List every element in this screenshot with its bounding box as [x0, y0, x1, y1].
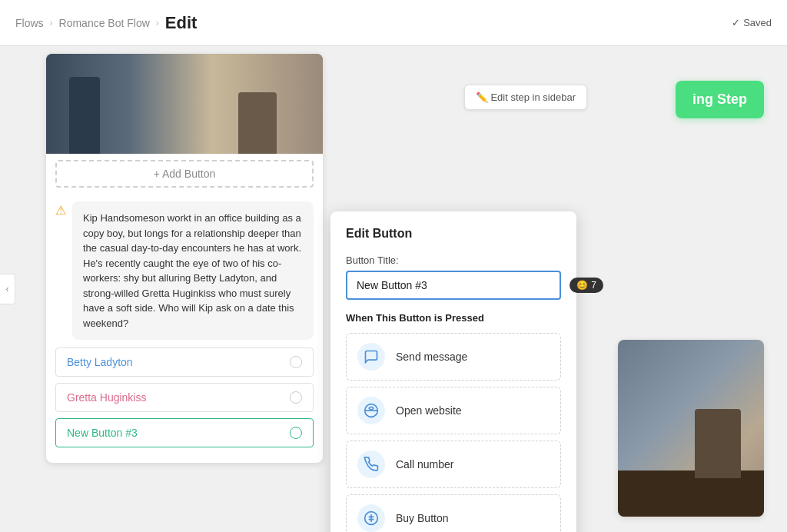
send-message-icon: [357, 343, 385, 371]
continuing-step-label: ing Step: [692, 91, 747, 107]
open-website-icon: [357, 397, 385, 424]
breadcrumb: Flows › Romance Bot Flow › Edit: [15, 13, 197, 33]
checkmark-icon: ✓: [732, 17, 740, 28]
right-image-card: [618, 340, 764, 517]
person-1: [69, 77, 100, 154]
emoji-icon: 😊: [576, 280, 588, 291]
action-buy-button[interactable]: Buy Button: [346, 494, 561, 532]
choice-radio-2[interactable]: [290, 391, 302, 404]
edit-panel-title: Edit Button: [346, 227, 561, 241]
saved-badge: ✓ Saved: [732, 17, 772, 28]
buy-button-icon: [357, 504, 385, 532]
buy-button-label: Buy Button: [396, 512, 449, 524]
call-number-icon: [357, 451, 385, 478]
edit-step-label: ✏️ Edit step in sidebar: [476, 91, 576, 103]
when-pressed-label: When This Button is Pressed: [346, 312, 561, 324]
header: Flows › Romance Bot Flow › Edit ✓ Saved: [0, 0, 787, 46]
message-bubble: Kip Handsomeson workt in an office build…: [72, 201, 314, 340]
person-2: [238, 92, 277, 154]
chat-card: + Add Button ⚠ Kip Handsomeson workt in …: [46, 54, 323, 463]
choice-label-1: Betty Ladyton: [67, 356, 133, 368]
edit-button-panel: Edit Button Button Title: 😊 7 When This …: [330, 211, 576, 532]
message-row: ⚠ Kip Handsomeson workt in an office bui…: [46, 194, 323, 347]
buttons-list: Betty Ladyton Gretta Huginkiss New Butto…: [46, 347, 323, 463]
saved-label: Saved: [743, 17, 772, 28]
button-title-input[interactable]: [346, 271, 561, 300]
char-count: 7: [591, 280, 596, 291]
send-message-label: Send message: [396, 351, 467, 363]
continuing-step-button[interactable]: ing Step: [676, 81, 764, 118]
open-website-label: Open website: [396, 404, 462, 417]
breadcrumb-sep-2: ›: [156, 18, 159, 28]
choice-button-1[interactable]: Betty Ladyton: [55, 347, 314, 377]
char-count-badge: 😊 7: [569, 278, 603, 293]
button-title-field-wrap: 😊 7: [346, 271, 561, 300]
add-button-row[interactable]: + Add Button: [55, 160, 314, 188]
warning-icon: ⚠: [55, 203, 66, 218]
breadcrumb-flow-name[interactable]: Romance Bot Flow: [59, 17, 150, 29]
page-title: Edit: [165, 13, 198, 33]
breadcrumb-sep-1: ›: [50, 18, 53, 28]
choice-button-3[interactable]: New Button #3: [55, 418, 314, 447]
add-button-label: + Add Button: [154, 168, 216, 180]
sidebar-toggle[interactable]: ‹: [0, 274, 15, 304]
chat-image: [46, 54, 323, 154]
right-person: [695, 409, 741, 478]
choice-label-2: Gretta Huginkiss: [67, 391, 146, 404]
call-number-label: Call number: [396, 458, 453, 470]
canvas: ‹ ✏️ Edit step in sidebar ing Step + Add…: [0, 46, 787, 532]
edit-step-button[interactable]: ✏️ Edit step in sidebar: [464, 85, 587, 110]
action-call-number[interactable]: Call number: [346, 441, 561, 488]
choice-button-2[interactable]: Gretta Huginkiss: [55, 383, 314, 412]
choice-label-3: New Button #3: [67, 427, 138, 439]
choice-radio-1[interactable]: [290, 356, 302, 368]
button-title-label: Button Title:: [346, 254, 561, 266]
action-send-message[interactable]: Send message: [346, 333, 561, 381]
choice-radio-3[interactable]: [290, 427, 302, 439]
breadcrumb-flows[interactable]: Flows: [15, 17, 44, 29]
office-desk: [618, 470, 764, 517]
action-open-website[interactable]: Open website: [346, 387, 561, 434]
message-text: Kip Handsomeson workt in an office build…: [83, 212, 301, 329]
right-office-image: [618, 340, 764, 517]
